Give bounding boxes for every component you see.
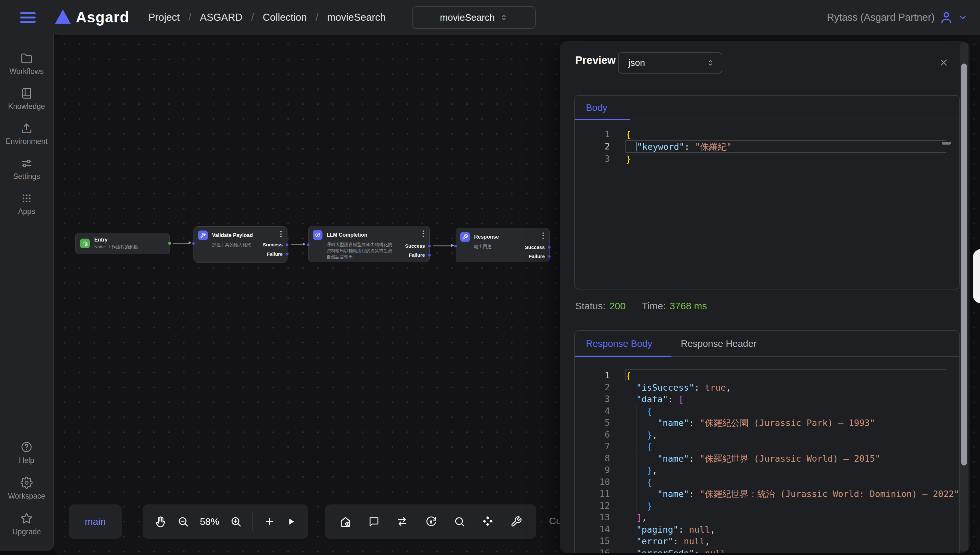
- node-menu-icon[interactable]: [420, 229, 427, 238]
- line-number: 1: [589, 128, 610, 140]
- line-number: 14: [589, 523, 610, 535]
- zoom-in-icon[interactable]: [230, 516, 242, 528]
- node-title: Validate Payload: [212, 233, 253, 238]
- success-port[interactable]: [286, 244, 288, 246]
- line-number: 3: [589, 393, 610, 405]
- play-icon[interactable]: [286, 517, 296, 527]
- node-subtitle: 呼叫大型語言模型並產生結構化的資料輸出以輔助流程的決策或生成自然語言輸出: [327, 242, 394, 260]
- folder-icon: [21, 53, 32, 64]
- line-number: 3: [589, 153, 610, 165]
- format-select[interactable]: json: [618, 52, 722, 74]
- code-line: 5 "name": "侏羅紀公園 (Jurassic Park) – 1993": [575, 417, 959, 428]
- panel-scrollbar-thumb[interactable]: [961, 64, 967, 465]
- failure-port[interactable]: [548, 255, 551, 258]
- zoom-out-icon[interactable]: [177, 516, 189, 528]
- input-port[interactable]: [192, 242, 195, 245]
- plus-icon[interactable]: [264, 516, 275, 527]
- sidebar-item-workspace[interactable]: Workspace: [0, 476, 53, 500]
- status-label: Status:: [575, 300, 605, 311]
- code-line: 6 },: [575, 428, 959, 441]
- panel-title: Preview: [575, 54, 616, 66]
- breadcrumb-item[interactable]: Project: [149, 12, 179, 23]
- editor-scrollbar-thumb[interactable]: [942, 142, 951, 144]
- llm-icon[interactable]: [425, 515, 437, 528]
- line-number: 12: [589, 500, 610, 512]
- sidebar-item-apps[interactable]: Apps: [0, 192, 53, 216]
- sidebar-item-upgrade[interactable]: Upgrade: [0, 512, 53, 536]
- components-icon[interactable]: [482, 515, 494, 528]
- failure-port[interactable]: [286, 253, 288, 255]
- line-number: 4: [589, 405, 610, 417]
- entry-output-port[interactable]: [168, 242, 171, 245]
- input-port[interactable]: [307, 244, 309, 246]
- node-menu-icon[interactable]: [277, 230, 285, 238]
- chevron-up-down-icon: [500, 14, 508, 21]
- edge-handle[interactable]: [973, 249, 980, 303]
- breadcrumb-item[interactable]: movieSearch: [327, 12, 386, 23]
- line-number: 2: [589, 140, 610, 153]
- edge-llm-response: [433, 245, 451, 246]
- node-menu-icon[interactable]: [540, 231, 547, 240]
- home-plus-icon[interactable]: [339, 515, 352, 528]
- failure-port-label: Failure: [529, 253, 545, 259]
- sidebar-item-workflows[interactable]: Workflows: [0, 53, 53, 76]
- line-number: 7: [589, 440, 610, 452]
- llm-icon: [313, 230, 322, 240]
- node-subtitle: Node: 工作流程的起點: [94, 244, 138, 250]
- node-entry[interactable]: Entry Node: 工作流程的起點: [75, 233, 170, 254]
- workflow-select[interactable]: movieSearch: [412, 6, 536, 29]
- sidebar-item-label: Help: [19, 456, 34, 465]
- star-icon: [21, 512, 33, 525]
- edge-validate-llm: [291, 244, 303, 245]
- response-body-editor[interactable]: 1{2 "isSuccess": true,3 "data": [4 {5 "n…: [575, 357, 959, 553]
- gear-icon: [21, 476, 33, 489]
- hamburger-icon[interactable]: [20, 12, 36, 23]
- sidebar-item-settings[interactable]: Settings: [0, 157, 53, 181]
- code-line: 4 {: [575, 405, 959, 417]
- edge-arrow: [303, 242, 306, 246]
- code-line: 11 "name": "侏羅紀世界：統治 (Jurassic World: Do…: [575, 488, 959, 500]
- line-number: 1: [589, 369, 610, 381]
- hand-icon[interactable]: [154, 515, 167, 528]
- sidebar-item-label: Upgrade: [12, 528, 41, 536]
- code-line: 3}: [575, 153, 959, 165]
- success-port[interactable]: [428, 245, 431, 247]
- code-line: 7 {: [575, 440, 959, 452]
- tab-body[interactable]: Body: [586, 103, 607, 113]
- failure-port[interactable]: [428, 254, 431, 257]
- breadcrumb-separator: /: [188, 12, 191, 23]
- status-row: Status: 200 Time: 3768 ms: [575, 300, 707, 311]
- brand-title[interactable]: Asgard: [76, 8, 129, 26]
- code-line: 2 "keyword": "侏羅紀": [575, 140, 959, 153]
- close-icon[interactable]: [938, 58, 949, 68]
- failure-port-label: Failure: [409, 252, 425, 258]
- swap-arrows-icon[interactable]: [396, 515, 408, 528]
- tab-response-body[interactable]: Response Body: [586, 338, 652, 349]
- breadcrumb-item[interactable]: Collection: [263, 12, 307, 23]
- success-port[interactable]: [548, 246, 551, 249]
- comment-icon[interactable]: [368, 516, 380, 528]
- node-llm-completion[interactable]: LLM Completion 呼叫大型語言模型並產生結構化的資料輸出以輔助流程的…: [308, 226, 430, 262]
- line-number: 5: [589, 417, 610, 428]
- code-line: 13 ],: [575, 511, 959, 523]
- asgard-logo-icon[interactable]: [53, 7, 73, 27]
- node-response[interactable]: Response 輸出回應 Success Failure: [456, 228, 549, 262]
- node-tools-toolbar: [325, 504, 536, 539]
- user-menu[interactable]: Rytass (Asgard Partner): [827, 0, 968, 35]
- wrench-icon[interactable]: [511, 516, 522, 528]
- input-port[interactable]: [454, 245, 457, 247]
- preview-panel: Preview json Body 1{2 "keyword": "侏羅紀"3}…: [560, 41, 970, 553]
- time-value: 3768 ms: [669, 300, 707, 311]
- breadcrumb-item[interactable]: ASGARD: [200, 12, 242, 23]
- tab-response-header[interactable]: Response Header: [681, 338, 757, 349]
- request-body-editor[interactable]: 1{2 "keyword": "侏羅紀"3}: [575, 120, 959, 165]
- sidebar-item-help[interactable]: Help: [0, 441, 53, 465]
- node-validate-payload[interactable]: Validate Payload 定義工具的輸入格式 Success Failu…: [194, 226, 287, 263]
- search-icon[interactable]: [454, 516, 465, 528]
- sidebar-item-environment[interactable]: Environment: [0, 122, 53, 146]
- code-line: 12 }: [575, 500, 959, 512]
- branch-selector[interactable]: main: [69, 504, 122, 539]
- edge-arrow: [189, 241, 192, 244]
- code-line: 8 "name": "侏羅紀世界 (Jurassic World) – 2015…: [575, 452, 959, 464]
- sidebar-item-knowledge[interactable]: Knowledge: [0, 88, 53, 111]
